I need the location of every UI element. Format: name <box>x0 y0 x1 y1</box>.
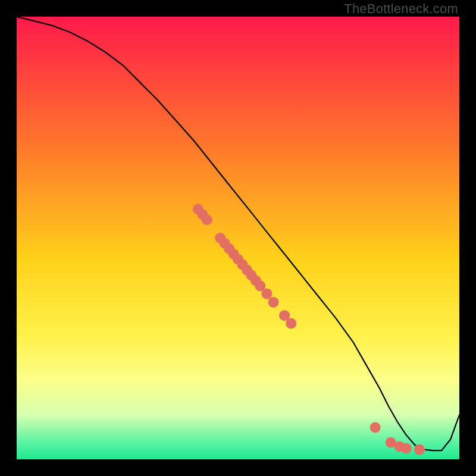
data-marker <box>370 422 381 433</box>
chart-background <box>17 17 459 459</box>
watermark-text: TheBottleneck.com <box>344 1 458 17</box>
data-marker <box>261 289 272 299</box>
data-marker <box>414 444 425 455</box>
data-marker <box>401 443 412 453</box>
data-marker <box>202 215 212 226</box>
data-marker <box>268 297 279 308</box>
data-marker <box>286 318 296 329</box>
bottleneck-chart <box>17 17 459 459</box>
chart-frame <box>17 17 459 459</box>
